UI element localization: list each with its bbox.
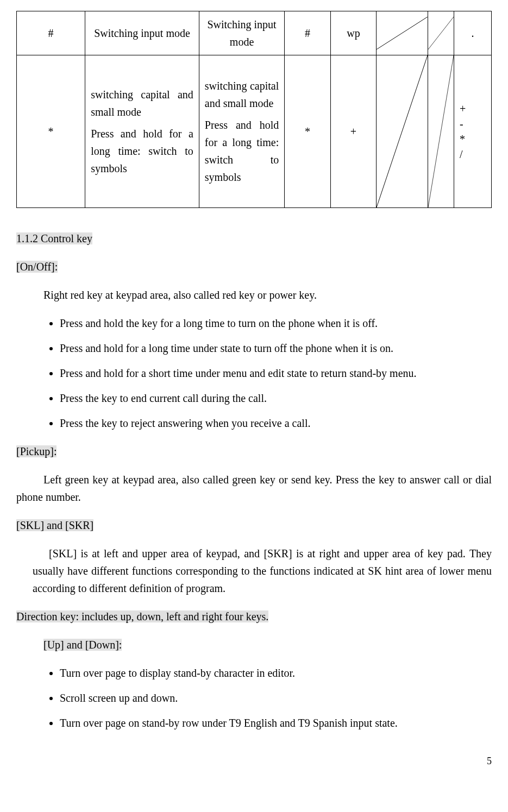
list-item: Press and hold the key for a long time t… [60,314,492,332]
onoff-label: [On/Off]: [16,258,492,275]
list-item: Scroll screen up and down. [60,689,492,707]
cell: + [330,55,376,208]
cell: Switching input mode [199,11,284,55]
cell: # [285,11,330,55]
svg-line-1 [428,17,454,49]
list-item: Turn over page to display stand-by chara… [60,664,492,682]
cell-text: switching capital and small mode [205,77,279,112]
updown-bullet-list: Turn over page to display stand-by chara… [60,664,492,732]
cell: . [454,11,492,55]
list-item: Press the key to end current call during… [60,389,492,407]
cell: + - * / [454,55,492,208]
page-number: 5 [16,753,492,769]
svg-line-2 [377,55,428,207]
cell: switching capital and small mode Press a… [199,55,284,208]
cell: wp [330,11,376,55]
svg-line-0 [377,17,428,49]
key-table: # Switching input mode Switching input m… [16,11,492,208]
pickup-desc: Left green key at keypad area, also call… [16,471,492,506]
cell: # [17,11,85,55]
diagonal-cell [428,55,454,208]
cell-text: Press and hold for a long time: switch t… [91,125,193,177]
diagonal-cell [377,55,428,208]
list-item: Press and hold for a long time under sta… [60,339,492,357]
pickup-label: [Pickup]: [16,443,492,460]
list-item: Press and hold for a short time under me… [60,364,492,382]
skl-desc: [SKL] is at left and upper area of keypa… [33,545,492,597]
table-row: * switching capital and small mode Press… [17,55,492,208]
diagonal-cell [377,11,428,55]
cell: * [17,55,85,208]
list-item: Press the key to reject answering when y… [60,414,492,432]
table-row: # Switching input mode Switching input m… [17,11,492,55]
cell-text: Press and hold for a long time: switch t… [205,116,279,186]
section-heading: 1.1.2 Control key [16,230,492,247]
list-item: Turn over page on stand-by row under T9 … [60,714,492,732]
direction-key-label: Direction key: includes up, down, left a… [16,608,492,625]
skl-label: [SKL] and [SKR] [16,517,492,534]
svg-line-3 [428,55,454,207]
cell: Switching input mode [85,11,199,55]
cell: switching capital and small mode Press a… [85,55,199,208]
cell: * [285,55,330,208]
updown-label: [Up] and [Down]: [43,636,492,653]
onoff-bullet-list: Press and hold the key for a long time t… [60,314,492,432]
diagonal-cell [428,11,454,55]
cell-text: switching capital and small mode [91,86,193,121]
onoff-desc: Right red key at keypad area, also calle… [43,286,492,304]
